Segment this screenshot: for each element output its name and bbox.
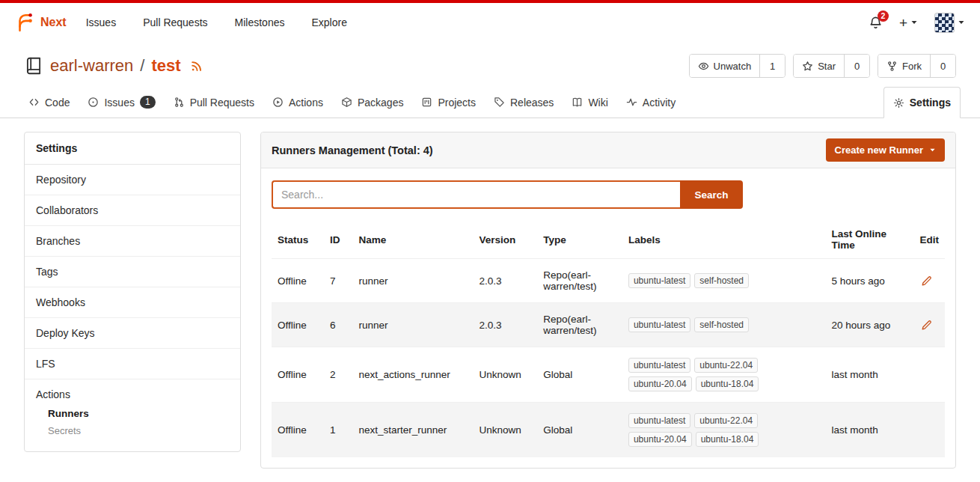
forks-count[interactable]: 0	[930, 55, 955, 77]
eye-icon	[698, 61, 709, 72]
runner-label: ubuntu-latest	[628, 413, 690, 428]
runner-status: Offline	[272, 303, 324, 347]
runner-version: Unknown	[474, 347, 538, 403]
runner-edit-cell	[913, 303, 945, 347]
col-type: Type	[537, 221, 622, 259]
search-button[interactable]: Search	[680, 180, 743, 209]
col-version: Version	[474, 221, 538, 259]
gear-icon	[893, 97, 904, 109]
tab-projects[interactable]: Projects	[412, 87, 485, 118]
tab-releases[interactable]: Releases	[485, 87, 563, 118]
tab-packages[interactable]: Packages	[332, 87, 412, 118]
table-header-row: Status ID Name Version Type Labels Last …	[272, 221, 945, 259]
book-icon	[572, 97, 583, 108]
edit-runner-button[interactable]	[919, 274, 934, 288]
col-edit: Edit	[913, 221, 945, 259]
play-circle-icon	[272, 97, 284, 108]
watch-button-group: Unwatch 1	[689, 54, 786, 78]
runner-label: ubuntu-22.04	[694, 413, 758, 428]
create-new-dropdown[interactable]: +	[899, 16, 918, 30]
edit-runner-button[interactable]	[919, 318, 934, 332]
runner-status: Offline	[272, 259, 324, 303]
fork-button-group: Fork 0	[878, 54, 956, 78]
rss-feed-icon[interactable]	[190, 60, 203, 73]
sidebar-item-branches[interactable]: Branches	[25, 226, 240, 257]
forgejo-logo-icon	[15, 13, 34, 32]
col-name: Name	[352, 221, 473, 259]
tab-actions[interactable]: Actions	[263, 87, 332, 118]
navbar-links: Issues Pull Requests Milestones Explore	[86, 16, 347, 28]
user-menu-dropdown[interactable]	[934, 13, 965, 33]
col-id: ID	[324, 221, 353, 259]
tab-label: Pull Requests	[190, 97, 254, 109]
repo-owner-link[interactable]: earl-warren	[50, 56, 133, 76]
fork-button[interactable]: Fork	[878, 55, 930, 77]
sidebar-item-webhooks[interactable]: Webhooks	[25, 287, 240, 318]
unwatch-button[interactable]: Unwatch	[690, 55, 760, 77]
chevron-down-icon	[929, 147, 936, 153]
tab-label: Activity	[643, 97, 676, 109]
runner-label: ubuntu-latest	[628, 317, 690, 332]
tab-code[interactable]: Code	[19, 87, 79, 118]
watchers-count[interactable]: 1	[759, 55, 785, 77]
runner-version: 2.0.3	[474, 303, 538, 347]
stars-count[interactable]: 0	[844, 55, 869, 77]
runner-last-online: last month	[825, 347, 913, 403]
sidebar-item-tags[interactable]: Tags	[25, 257, 240, 287]
unwatch-label: Unwatch	[714, 61, 752, 72]
runner-name: runner	[352, 259, 473, 303]
tab-wiki[interactable]: Wiki	[563, 87, 616, 118]
sidebar-item-runners[interactable]: Runners	[48, 405, 229, 422]
tab-label: Actions	[289, 97, 323, 109]
pull-request-icon	[174, 97, 185, 108]
runner-label: ubuntu-20.04	[628, 432, 692, 447]
runner-labels: ubuntu-latest self-hosted	[622, 259, 826, 303]
sidebar-item-secrets[interactable]: Secrets	[48, 422, 229, 439]
tab-label: Packages	[358, 97, 403, 109]
runner-last-online: 20 hours ago	[825, 303, 913, 347]
runner-labels: ubuntu-latest self-hosted	[622, 303, 826, 347]
tab-activity[interactable]: Activity	[617, 87, 685, 118]
runner-type: Repo(earl-warren/test)	[537, 259, 622, 303]
runners-panel-header: Runners Management (Total: 4) Create new…	[261, 132, 955, 168]
runner-name: runner	[352, 303, 473, 347]
brand-name: Next	[40, 16, 67, 29]
runner-type: Global	[537, 403, 622, 458]
runner-status: Offline	[272, 347, 324, 403]
home-link[interactable]: Next	[15, 13, 67, 32]
nav-link-issues[interactable]: Issues	[86, 16, 116, 28]
tab-issues[interactable]: Issues 1	[79, 87, 164, 118]
create-new-runner-button[interactable]: Create new Runner	[826, 138, 945, 162]
repo-action-buttons: Unwatch 1 Star 0	[689, 54, 956, 78]
sidebar-item-lfs[interactable]: LFS	[25, 349, 240, 379]
search-input[interactable]	[272, 180, 680, 209]
tab-label: Wiki	[588, 97, 607, 109]
sidebar-item-actions[interactable]: Actions Runners Secrets	[25, 379, 240, 451]
repo-tabs: Code Issues 1 Pull Requests Actions Pack…	[0, 87, 980, 118]
package-icon	[341, 97, 352, 108]
sidebar-item-repository[interactable]: Repository	[25, 165, 240, 195]
col-labels: Labels	[622, 221, 826, 259]
notifications-button[interactable]: 2	[869, 16, 883, 30]
nav-link-explore[interactable]: Explore	[311, 16, 346, 28]
runner-id: 1	[324, 403, 353, 458]
runner-status: Offline	[272, 403, 324, 458]
pulse-icon	[626, 97, 637, 108]
runner-label: self-hosted	[694, 317, 749, 332]
settings-sidebar: Settings Repository Collaborators Branch…	[24, 132, 241, 452]
sidebar-item-collaborators[interactable]: Collaborators	[25, 195, 240, 226]
settings-content: Settings Repository Collaborators Branch…	[0, 118, 980, 482]
runner-label: ubuntu-20.04	[628, 376, 692, 391]
star-button[interactable]: Star	[794, 55, 844, 77]
tab-pull-requests[interactable]: Pull Requests	[165, 87, 263, 118]
sidebar-title: Settings	[25, 132, 240, 165]
nav-link-milestones[interactable]: Milestones	[235, 16, 285, 28]
sidebar-item-deploy-keys[interactable]: Deploy Keys	[25, 318, 240, 349]
tab-settings[interactable]: Settings	[883, 87, 961, 118]
nav-link-pull-requests[interactable]: Pull Requests	[143, 16, 207, 28]
runner-type: Repo(earl-warren/test)	[537, 303, 622, 347]
repo-name-link[interactable]: test	[151, 56, 180, 76]
runner-label: ubuntu-22.04	[694, 358, 758, 373]
tab-label: Releases	[510, 97, 554, 109]
pencil-icon	[921, 320, 932, 331]
